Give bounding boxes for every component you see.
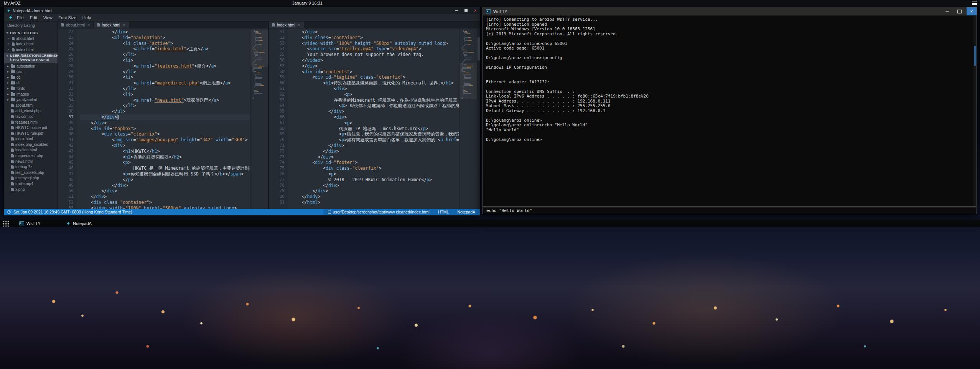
code-line[interactable]: <div>	[80, 143, 250, 149]
code-content[interactable]: </div> <ul id="navigation"> <li class="a…	[77, 28, 250, 209]
code-line[interactable]: </div>	[291, 188, 459, 194]
code-line[interactable]: </div>	[291, 183, 459, 189]
code-line[interactable]: </div>	[80, 29, 250, 35]
code-line[interactable]: </div>	[291, 63, 459, 69]
code-line[interactable]: <h2>香港的建築伺服器</h2>	[80, 154, 250, 160]
file-item[interactable]: features.html	[4, 119, 58, 125]
close-icon[interactable]: ×	[298, 23, 300, 27]
folder-item[interactable]: ▸yamlyamlml	[4, 97, 58, 103]
file-item[interactable]: HKWTC notice.pdf	[4, 125, 58, 131]
code-line[interactable]: </div>	[291, 143, 459, 149]
code-line[interactable]: <h1>HKWTC</h1>	[80, 149, 250, 154]
close-button[interactable]: ×	[471, 7, 480, 14]
code-line[interactable]: <p>	[80, 160, 250, 165]
close-icon[interactable]: ×	[7, 42, 10, 46]
menu-file[interactable]: File	[17, 15, 24, 20]
folder-item[interactable]: ▸css	[4, 69, 58, 74]
scrollbar-thumb[interactable]	[478, 37, 480, 61]
maximize-button[interactable]	[954, 7, 964, 15]
file-item[interactable]: HKWTC rule.pdf	[4, 131, 58, 136]
file-item[interactable]: trailer.mp4	[4, 181, 58, 187]
folder-item[interactable]: ▸dc	[4, 74, 58, 80]
code-line[interactable]: <video width="100%" height="500px" autop…	[80, 205, 250, 209]
code-line[interactable]: <p>請注意，我們的伺服器為確保玩家及遊玩時的質素，我們對的服務開放	[291, 131, 459, 137]
code-line[interactable]: </div>	[80, 194, 250, 200]
file-item[interactable]: location.html	[4, 147, 58, 153]
open-editor-item[interactable]: ×index.html	[4, 41, 58, 47]
code-line[interactable]: <p>	[291, 120, 459, 126]
code-line[interactable]: <b>你知道我們全線伺服器已轉用 SSD 了嗎？</b></span>	[80, 171, 250, 177]
minimize-button[interactable]	[452, 7, 461, 14]
code-line[interactable]: <div class="container">	[80, 200, 250, 205]
code-line[interactable]: <source src="trailer.mp4" type="video/mp…	[291, 46, 459, 52]
code-line[interactable]: <a href="news.html">玩家傳送門</a>	[80, 98, 250, 103]
editor-tab[interactable]: about.html×	[58, 22, 94, 28]
code-line[interactable]: </li>	[80, 103, 250, 109]
code-line[interactable]: <ul id="navigation">	[80, 35, 250, 41]
scrollbar-thumb[interactable]	[974, 46, 976, 66]
close-icon[interactable]: ×	[7, 48, 10, 52]
line-number-gutter[interactable]: 2223242526272829303132333435363738394041…	[58, 28, 77, 209]
code-line[interactable]: </body>	[291, 194, 459, 200]
code-line[interactable]: <li>	[80, 92, 250, 98]
code-line[interactable]: <div class="container">	[291, 35, 459, 41]
code-line[interactable]: </div>	[80, 188, 250, 194]
terminal-input-line[interactable]: echo "Hello World"	[486, 208, 532, 213]
code-line[interactable]: <p>	[291, 171, 459, 177]
code-content[interactable]: </div> <div class="container"> <video wi…	[288, 28, 459, 209]
folder-item[interactable]: ▸fonts	[4, 86, 58, 91]
editor-tab[interactable]: index.html×	[269, 22, 304, 28]
menu-view[interactable]: View	[43, 15, 53, 20]
code-line[interactable]: <div class="clearfix">	[80, 131, 250, 137]
code-line[interactable]: HKWTC 是一個 Minecraft 的建築伺服器，主要建築計劃包括鐵路	[80, 165, 250, 171]
menu-font-size[interactable]: Font Size	[58, 15, 76, 20]
code-line[interactable]: <div class="clearfix">	[291, 165, 459, 171]
code-editor-left[interactable]: 2223242526272829303132333435363738394041…	[58, 28, 268, 209]
file-item[interactable]: x.php	[4, 187, 58, 192]
code-line[interactable]: </div>	[291, 109, 459, 114]
code-line[interactable]: <p>	[291, 92, 459, 98]
menu-edit[interactable]: Edit	[30, 15, 37, 20]
minimap[interactable]	[459, 28, 477, 209]
maximize-button[interactable]	[461, 7, 471, 14]
file-item[interactable]: favicon.ico	[4, 114, 58, 119]
terminal-scrollbar[interactable]	[973, 16, 977, 206]
minimap-viewport[interactable]	[460, 63, 477, 99]
code-line[interactable]: </li>	[80, 52, 250, 58]
code-line[interactable]: <video width="100%" height="500px" autop…	[291, 41, 459, 46]
code-line[interactable]: </div>	[80, 114, 250, 120]
file-item[interactable]: teabag.7z	[4, 164, 58, 170]
workspace-header[interactable]: ▾ USER:/DESKTOP/SCREENSHOT /TEST/WWW CLE…	[4, 53, 58, 63]
notepada-titlebar[interactable]: NotepadA - index.html ×	[4, 7, 480, 14]
file-item[interactable]: news.html	[4, 159, 58, 164]
hamburger-menu-icon[interactable]	[972, 2, 977, 5]
folder-item[interactable]: ▸images	[4, 91, 58, 97]
file-item[interactable]: index.php_disabled	[4, 142, 58, 147]
code-line[interactable]: Your browser does not support the video …	[291, 52, 459, 58]
taskbar-item-wstty[interactable]: WsTTY	[19, 221, 56, 226]
file-item[interactable]: index.html	[4, 136, 58, 142]
file-item[interactable]: add_vhost.php	[4, 108, 58, 114]
code-line[interactable]: <img src="images/box.png" height="342" w…	[80, 137, 250, 143]
code-line[interactable]: </html>	[291, 200, 459, 205]
close-icon[interactable]: ×	[87, 23, 90, 27]
close-icon[interactable]: ×	[123, 23, 125, 27]
code-line[interactable]: © 2018 - 2019 HKWTC Animation Gamer</p>	[291, 177, 459, 183]
code-line[interactable]: </div>	[291, 29, 459, 35]
open-editor-item[interactable]: ×about.html	[4, 36, 58, 41]
folder-item[interactable]: ▸autostation	[4, 63, 58, 69]
code-line[interactable]: <a href="mapredirect.php">網上地圖</a>	[80, 80, 250, 86]
code-line[interactable]: <li class="active">	[80, 41, 250, 46]
file-item[interactable]: mapredirect.php	[4, 153, 58, 159]
minimap-viewport[interactable]	[250, 30, 268, 67]
folder-item[interactable]: ▸dl	[4, 80, 58, 86]
terminal-output[interactable]: [info] Conencting to arozos WsTTY servic…	[483, 16, 973, 206]
code-line[interactable]: </p>	[80, 177, 250, 183]
code-line[interactable]: <div>	[291, 114, 459, 120]
line-number-gutter[interactable]: 5152535455565758596061626364656667686970…	[269, 28, 288, 209]
code-line[interactable]: 伺服器 IP 地址為： mcs.hkwtc.org</p>	[291, 126, 459, 132]
code-line[interactable]: <a href="index.html">主頁</a>	[80, 46, 250, 52]
code-line[interactable]: <div id="tagline" class="clearfix">	[291, 74, 459, 80]
close-button[interactable]: ×	[967, 7, 977, 15]
code-line[interactable]: <div id="contents">	[291, 69, 459, 75]
